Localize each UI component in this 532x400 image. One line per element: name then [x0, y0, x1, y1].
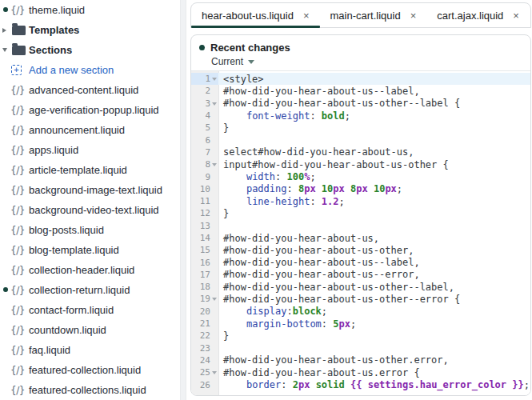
- sidebar-item-theme-liquid[interactable]: {/} theme.liquid: [0, 0, 179, 20]
- code-line[interactable]: 12 }: [191, 207, 530, 219]
- code-line[interactable]: 14 #how-did-you-hear-about-us,: [191, 232, 530, 244]
- sidebar-item-faq-liquid[interactable]: {/} faq.liquid: [0, 340, 179, 360]
- line-number: 19: [191, 294, 210, 304]
- folder-icon: [10, 46, 29, 55]
- line-number: 18: [191, 282, 210, 292]
- code-text: line-height: 1.2;: [218, 196, 345, 207]
- sidebar-item-countdown-liquid[interactable]: {/} countdown.liquid: [0, 320, 179, 340]
- code-line[interactable]: 10 padding: 8px 10px 8px 10px;: [191, 183, 530, 195]
- code-line[interactable]: 21 margin-bottom: 5px;: [191, 318, 530, 330]
- gutter-cell: 5: [191, 122, 218, 134]
- code-line[interactable]: 13: [191, 220, 530, 232]
- sidebar-item-advanced-content-liquid[interactable]: {/} advanced-content.liquid: [0, 80, 179, 100]
- sidebar-item-apps-liquid[interactable]: {/} apps.liquid: [0, 140, 179, 160]
- sidebar-item-article-template-liquid[interactable]: {/} article-template.liquid: [0, 160, 179, 180]
- fold-arrow-icon[interactable]: [212, 102, 217, 106]
- sidebar-item-announcement-liquid[interactable]: {/} announcement.liquid: [0, 120, 179, 140]
- code-line[interactable]: 20 display:block;: [191, 306, 530, 318]
- sidebar-item-featured-collection-liquid[interactable]: {/} featured-collection.liquid: [0, 360, 179, 380]
- sidebar-item-background-image-text-liquid[interactable]: {/} background-image-text.liquid: [0, 180, 179, 200]
- gutter-cell: 17: [191, 269, 218, 281]
- close-icon[interactable]: ×: [410, 10, 417, 21]
- code-line[interactable]: 7 select#how-did-you-hear-about-us,: [191, 146, 530, 158]
- sidebar-item-add-a-new-section[interactable]: + Add a new section: [0, 60, 179, 80]
- sidebar-item-label: featured-collections.liquid: [29, 384, 146, 396]
- line-number: 6: [191, 135, 210, 146]
- sidebar-item-label: Sections: [29, 44, 72, 56]
- code-text: select#how-did-you-hear-about-us,: [218, 146, 414, 158]
- code-line[interactable]: 22 }: [191, 330, 530, 342]
- fold-slot: [210, 146, 218, 158]
- code-text: border: 2px solid {{ settings.hau_error_…: [218, 379, 530, 390]
- fold-arrow-icon[interactable]: [212, 78, 217, 81]
- tab-hear-about-us-liquid[interactable]: hear-about-us.liquid ×: [191, 3, 320, 27]
- code-text: input#how-did-you-hear-about-us-other {: [218, 159, 449, 170]
- code-line[interactable]: 15 #how-did-you-hear-about-us-other,: [191, 244, 530, 256]
- sidebar-item-label: theme.liquid: [29, 4, 85, 16]
- gutter-cell: 15: [191, 244, 218, 256]
- code-line[interactable]: 26 border: 2px solid {{ settings.hau_err…: [191, 378, 530, 390]
- code-line[interactable]: 18 #how-did-you-hear-about-us-other--lab…: [191, 281, 530, 293]
- sidebar-item-contact-form-liquid[interactable]: {/} contact-form.liquid: [0, 300, 179, 320]
- code-line[interactable]: 1 <style>: [191, 73, 530, 85]
- sidebar-item-blog-template-liquid[interactable]: {/} blog-template.liquid: [0, 240, 179, 260]
- code-line[interactable]: 24 #how-did-you-hear-about-us-other.erro…: [191, 354, 530, 366]
- code-line[interactable]: 9 width: 100%;: [191, 170, 530, 182]
- sidebar-item-templates[interactable]: Templates: [0, 20, 179, 40]
- sidebar-item-label: article-template.liquid: [29, 164, 127, 176]
- code-line[interactable]: 23: [191, 342, 530, 354]
- fold-arrow-icon[interactable]: [212, 163, 217, 166]
- sidebar-item-collection-return-liquid[interactable]: {/} collection-return.liquid: [0, 280, 179, 300]
- fold-arrow-icon[interactable]: [212, 298, 217, 301]
- gutter-cell: 1: [191, 73, 218, 85]
- fold-arrow-icon[interactable]: [212, 371, 217, 374]
- sidebar-item-label: collection-header.liquid: [29, 264, 134, 276]
- code-line[interactable]: 25 #how-did-you-hear-about-us.error {: [191, 366, 530, 378]
- code-line[interactable]: 19 #how-did-you-hear-about-us-other--err…: [191, 293, 530, 305]
- fold-slot: [210, 281, 218, 293]
- tab-cart-ajax-liquid[interactable]: cart.ajax.liquid ×: [426, 3, 530, 27]
- sidebar-scrollbar[interactable]: [180, 0, 186, 400]
- code-text: #how-did-you-hear-about-us-other,: [218, 245, 414, 256]
- code-line[interactable]: 2 #how-did-you-hear-about-us--label,: [191, 85, 530, 97]
- modified-dot: [3, 287, 8, 292]
- code-line[interactable]: 3 #how-did-you-hear-about-us-other--labe…: [191, 98, 530, 110]
- fold-slot: [210, 342, 218, 354]
- line-number: 11: [191, 196, 210, 206]
- file-tree: {/} theme.liquid Templates Sections + Ad…: [0, 0, 179, 400]
- code-editor[interactable]: 1 <style> 2 #how-did-you-hear-about-us--…: [191, 70, 530, 395]
- version-dropdown[interactable]: Current: [211, 56, 530, 67]
- close-icon[interactable]: ×: [303, 10, 310, 21]
- sidebar-item-age-verification-popup-liquid[interactable]: {/} age-verification-popup.liquid: [0, 100, 179, 120]
- code-line[interactable]: 17 #how-did-you-hear-about-us--error,: [191, 269, 530, 281]
- gutter-cell: 12: [191, 207, 218, 219]
- gutter-cell: 9: [191, 170, 218, 182]
- code-line[interactable]: 16 #how-did-you-hear-about-us--label,: [191, 256, 530, 268]
- sidebar-item-collection-header-liquid[interactable]: {/} collection-header.liquid: [0, 260, 179, 280]
- code-braces-icon: {/}: [10, 85, 29, 96]
- fold-slot: [210, 354, 218, 366]
- code-line[interactable]: 8 input#how-did-you-hear-about-us-other …: [191, 158, 530, 170]
- close-icon[interactable]: ×: [513, 10, 519, 21]
- sidebar-item-background-video-text-liquid[interactable]: {/} background-video-text.liquid: [0, 200, 179, 220]
- caret-icon[interactable]: [2, 28, 6, 33]
- code-braces-icon: {/}: [10, 385, 29, 396]
- sidebar-item-blog-posts-liquid[interactable]: {/} blog-posts.liquid: [0, 220, 179, 240]
- gutter-cell: 2: [191, 85, 218, 97]
- fold-slot: [210, 330, 218, 342]
- code-braces-icon: {/}: [10, 225, 29, 236]
- gutter-cell: 16: [191, 256, 218, 268]
- code-line[interactable]: 11 line-height: 1.2;: [191, 195, 530, 207]
- tab-main-cart-liquid[interactable]: main-cart.liquid ×: [320, 3, 427, 27]
- code-line[interactable]: 6: [191, 134, 530, 146]
- code-line[interactable]: 5 }: [191, 122, 530, 134]
- caret-icon[interactable]: [2, 48, 7, 52]
- sidebar-item-sections[interactable]: Sections: [0, 40, 179, 60]
- code-braces-icon: {/}: [10, 285, 29, 296]
- gutter-cell: 11: [191, 195, 218, 207]
- code-braces-icon: {/}: [10, 305, 29, 316]
- file-tree-sidebar: {/} theme.liquid Templates Sections + Ad…: [0, 0, 179, 400]
- line-number: 5: [191, 122, 210, 133]
- code-line[interactable]: 4 font-weight: bold;: [191, 110, 530, 122]
- sidebar-item-featured-collections-liquid[interactable]: {/} featured-collections.liquid: [0, 380, 179, 400]
